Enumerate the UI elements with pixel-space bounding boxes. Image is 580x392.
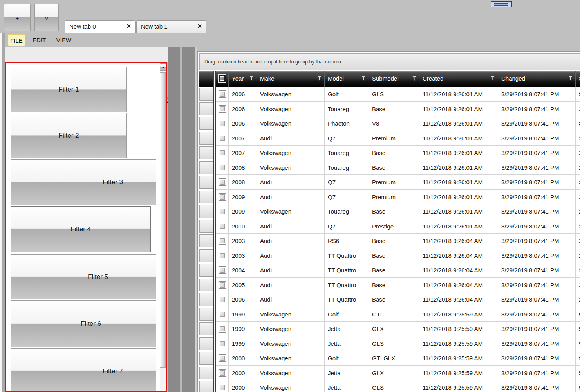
table-row[interactable]: 2010 Audi Q7 Prestige 11/12/2018 9:26:01… <box>198 219 580 234</box>
table-row[interactable]: 2006 Volkswagen Golf GLS 11/12/2018 9:26… <box>198 87 580 102</box>
frozen-column-splitter[interactable] <box>213 71 216 392</box>
panel-grid-splitter[interactable] <box>168 47 195 392</box>
filter-button-4[interactable]: Filter 4 <box>11 206 151 252</box>
column-header-make[interactable]: Make <box>257 71 325 87</box>
row-header-cell[interactable] <box>199 88 213 101</box>
row-header-cell[interactable] <box>199 308 213 321</box>
table-row[interactable]: 2005 Audi TT Quattro Base 11/12/2018 9:2… <box>198 278 580 293</box>
table-row[interactable]: 2008 Audi Q7 Premium 11/12/2018 9:26:01 … <box>198 175 580 190</box>
filter-funnel-icon[interactable] <box>411 76 417 81</box>
row-header-cell[interactable] <box>199 367 213 379</box>
filter-button-2[interactable]: Filter 2 <box>11 113 127 158</box>
table-row[interactable]: 2000 Volkswagen Jetta GLX 11/12/2018 9:2… <box>198 366 580 381</box>
column-header-partial[interactable]: S <box>576 71 580 87</box>
row-header-cell[interactable] <box>199 117 213 130</box>
menu-item-file[interactable]: FILE <box>8 34 25 46</box>
column-header-year[interactable]: Year <box>229 71 257 87</box>
select-all-checkbox[interactable] <box>218 74 226 83</box>
tab-new-tab-0[interactable]: New tab 0 ✕ <box>65 20 136 33</box>
select-all-header-cell[interactable] <box>216 71 229 87</box>
row-header-cell[interactable] <box>199 234 213 247</box>
row-checkbox[interactable] <box>219 266 226 274</box>
row-header-cell[interactable] <box>199 352 213 365</box>
row-checkbox[interactable] <box>219 340 226 347</box>
table-row[interactable]: 2003 Audi RS6 Base 11/12/2018 9:26:04 AM… <box>198 234 580 248</box>
tab-new-tab-1[interactable]: New tab 1 ✕ <box>136 20 206 33</box>
column-header-submodel[interactable]: Submodel <box>369 71 419 87</box>
filter-button-6[interactable]: Filter 6 <box>11 300 156 347</box>
table-row[interactable]: 2006 Volkswagen Touareg Base 11/12/2018 … <box>198 102 580 117</box>
row-header-cell[interactable] <box>199 176 213 189</box>
close-tab-icon[interactable]: ✕ <box>126 23 131 30</box>
row-checkbox[interactable] <box>219 252 226 259</box>
scrollbar-up-icon[interactable]: ▲ <box>160 63 166 71</box>
close-tab-icon[interactable]: ✕ <box>197 23 202 30</box>
row-checkbox[interactable] <box>219 178 226 186</box>
row-header-cell[interactable] <box>199 161 213 174</box>
table-row[interactable]: 2008 Volkswagen Touareg Base 11/12/2018 … <box>198 160 580 175</box>
table-row[interactable]: 2009 Audi Q7 Premium 11/12/2018 9:26:01 … <box>198 190 580 205</box>
row-header-cell[interactable] <box>199 220 213 233</box>
row-checkbox[interactable] <box>219 296 226 303</box>
filter-button-1[interactable]: Filter 1 <box>11 67 127 112</box>
row-header-cell[interactable] <box>199 337 213 350</box>
group-by-drop-area[interactable]: Drag a column header and drop it here to… <box>199 53 580 70</box>
table-row[interactable]: 1999 Volkswagen Golf GTI 11/12/2018 9:25… <box>198 307 580 322</box>
filter-button-7[interactable]: Filter 7 <box>11 348 156 391</box>
column-header-created[interactable]: Created <box>419 71 498 87</box>
row-checkbox[interactable] <box>219 105 226 113</box>
table-row[interactable]: 2006 Volkswagen Phaeton V8 11/12/2018 9:… <box>198 116 580 131</box>
menu-item-edit[interactable]: EDIT <box>32 34 46 46</box>
row-header-cell[interactable] <box>199 279 213 291</box>
row-header-cell[interactable] <box>199 191 213 203</box>
table-row[interactable]: 2009 Volkswagen Touareg Base 11/12/2018 … <box>198 204 580 219</box>
row-header-cell[interactable] <box>199 264 213 277</box>
row-checkbox[interactable] <box>219 325 226 333</box>
row-checkbox[interactable] <box>219 120 226 127</box>
row-checkbox[interactable] <box>219 164 226 171</box>
row-header-cell[interactable] <box>199 322 213 335</box>
row-checkbox[interactable] <box>219 208 226 215</box>
row-header-cell[interactable] <box>199 146 213 159</box>
menu-item-view[interactable]: VIEW <box>55 34 73 46</box>
row-header-cell[interactable] <box>199 381 213 392</box>
row-checkbox[interactable] <box>219 237 226 245</box>
tab-list-dropdown-button[interactable]: v <box>34 4 59 31</box>
filter-funnel-icon[interactable] <box>249 76 255 81</box>
filter-panel-scrollbar[interactable]: ▲ <box>160 63 166 391</box>
row-header-cell[interactable] <box>199 132 213 145</box>
filter-button-3[interactable]: Filter 3 <box>11 159 156 205</box>
table-row[interactable]: 2007 Volkswagen Touareg Base 11/12/2018 … <box>198 146 580 160</box>
scrollbar-thumb[interactable] <box>160 72 166 368</box>
column-header-model[interactable]: Model <box>325 71 369 87</box>
table-row[interactable]: 2004 Audi TT Quattro Base 11/12/2018 9:2… <box>198 263 580 278</box>
add-tab-button[interactable]: + <box>4 4 31 31</box>
row-checkbox[interactable] <box>219 354 226 362</box>
row-header-cell[interactable] <box>199 102 213 115</box>
row-header-cell[interactable] <box>199 249 213 262</box>
table-row[interactable]: 2006 Audi TT Quattro Base 11/12/2018 9:2… <box>198 292 580 307</box>
table-row[interactable]: 2000 Volkswagen Golf GTI GLX 11/12/2018 … <box>198 351 580 366</box>
row-checkbox[interactable] <box>219 311 226 318</box>
filter-funnel-icon[interactable] <box>316 76 322 81</box>
table-row[interactable]: 1999 Volkswagen Jetta GLS 11/12/2018 9:2… <box>198 336 580 351</box>
row-checkbox[interactable] <box>219 223 226 230</box>
row-checkbox[interactable] <box>219 369 226 377</box>
row-header-cell[interactable] <box>199 205 213 218</box>
row-checkbox[interactable] <box>219 135 226 142</box>
table-row[interactable]: 2000 Volkswagen Jetta GLS 11/12/2018 9:2… <box>198 380 580 392</box>
filter-funnel-icon[interactable] <box>490 76 496 81</box>
table-row[interactable]: 2003 Audi TT Quattro Base 11/12/2018 9:2… <box>198 248 580 263</box>
filter-button-5[interactable]: Filter 5 <box>11 254 156 299</box>
row-checkbox[interactable] <box>219 90 226 98</box>
column-header-changed[interactable]: Changed <box>498 71 576 87</box>
table-row[interactable]: 2007 Audi Q7 Premium 11/12/2018 9:26:01 … <box>198 131 580 146</box>
row-checkbox[interactable] <box>219 281 226 289</box>
row-checkbox[interactable] <box>219 149 226 156</box>
filter-funnel-icon[interactable] <box>361 76 367 81</box>
table-row[interactable]: 1999 Volkswagen Jetta GLX 11/12/2018 9:2… <box>198 322 580 336</box>
row-header-cell[interactable] <box>199 293 213 306</box>
row-checkbox[interactable] <box>219 384 226 391</box>
row-checkbox[interactable] <box>219 193 226 201</box>
filter-funnel-icon[interactable] <box>567 76 573 81</box>
